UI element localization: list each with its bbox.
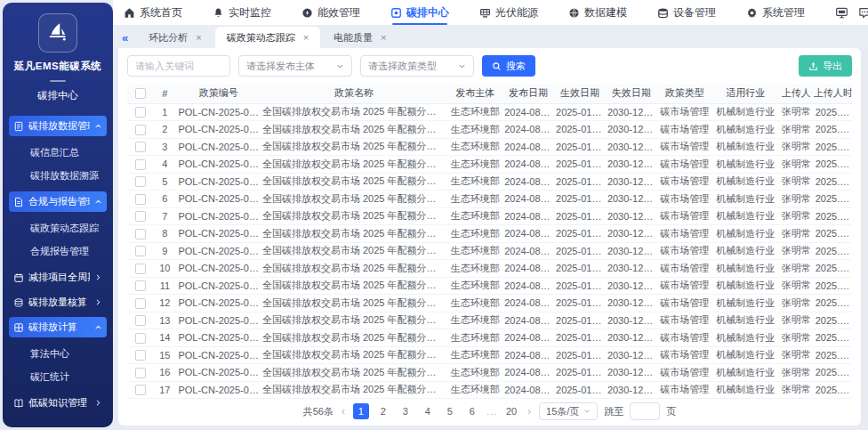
- cell-type: 碳市场管理: [657, 242, 712, 260]
- row-checkbox[interactable]: [135, 246, 146, 256]
- energy-icon: [301, 7, 313, 19]
- page-number-6[interactable]: 6: [464, 403, 480, 419]
- chevron-up-icon: [94, 323, 102, 331]
- row-checkbox[interactable]: [135, 280, 146, 291]
- cell-publish_date: 2024-08-15: [502, 260, 554, 278]
- topnav-item-solar[interactable]: 光伏能源: [479, 0, 538, 25]
- cell-uploader: 张明常: [779, 312, 814, 329]
- screen-icon[interactable]: [835, 6, 848, 20]
- select-all-checkbox[interactable]: [135, 88, 146, 99]
- publisher-select[interactable]: 请选择发布主体: [238, 55, 352, 77]
- sidebar-group-label: 碳排放量核算: [28, 296, 90, 309]
- sidebar-item-policy-tracking[interactable]: 碳政策动态跟踪: [9, 216, 107, 239]
- row-checkbox[interactable]: [135, 350, 146, 361]
- page-number-1[interactable]: 1: [353, 403, 369, 419]
- jump-page-input[interactable]: [630, 402, 660, 420]
- topnav-item-model[interactable]: 数据建模: [568, 0, 627, 25]
- cell-industry: 机械制造行业: [712, 207, 779, 225]
- page-size-select[interactable]: 15条/页: [539, 402, 598, 420]
- sidebar-group-carbon-data-mgmt[interactable]: 碳排放数据管理: [9, 116, 107, 136]
- cell-industry: 机械制造行业: [712, 260, 779, 278]
- row-checkbox[interactable]: [135, 333, 146, 344]
- policy-table-wrap: #政策编号政策名称发布主体发布日期生效日期失效日期政策类型适用行业上传人上传人时…: [127, 84, 852, 400]
- sidebar-group-emission-calc[interactable]: 碳排放计算: [9, 317, 107, 337]
- page-number-5[interactable]: 5: [442, 403, 458, 419]
- export-button[interactable]: 导出: [799, 55, 852, 77]
- policy-type-select[interactable]: 请选择政策类型: [360, 55, 474, 77]
- sidebar-group-reduction-project[interactable]: 减排项目全周期: [9, 267, 107, 288]
- cell-effective_date: 2025-01-01: [554, 381, 606, 399]
- topnav-item-system[interactable]: 系统管理: [746, 0, 805, 25]
- topnav-item-device[interactable]: 设备管理: [657, 0, 716, 25]
- topnav-item-energy[interactable]: 能效管理: [301, 0, 360, 25]
- chat-icon[interactable]: [858, 6, 868, 20]
- sidebar-item-compliance-report-mgmt[interactable]: 合规报告管理: [9, 239, 107, 263]
- row-checkbox[interactable]: [135, 211, 146, 222]
- cell-upload_time: 2025.05.26: [814, 295, 852, 312]
- topnav-item-label: 实时监控: [229, 5, 271, 20]
- cell-industry: 机械制造行业: [712, 312, 779, 329]
- sidebar-item-carbon-data-trace[interactable]: 碳排放数据溯源: [9, 164, 107, 187]
- topnav-item-monitor[interactable]: 实时监控: [213, 0, 271, 25]
- topnav-item-label: 光伏能源: [495, 5, 538, 20]
- topnav-item-label: 数据建模: [584, 5, 627, 20]
- cell-code: POL-CN-2025-001: [176, 295, 261, 312]
- search-button[interactable]: 搜索: [482, 55, 535, 77]
- cell-type: 碳市场管理: [657, 329, 712, 347]
- cell-effective_date: 2025-01-01: [554, 277, 606, 295]
- page-number-20[interactable]: 20: [503, 403, 519, 419]
- cell-effective_date: 2025-01-01: [554, 260, 606, 278]
- topnav-item-carbon[interactable]: 碳排中心: [390, 0, 449, 25]
- cell-code: POL-CN-2025-001: [176, 364, 261, 382]
- row-checkbox[interactable]: [135, 315, 146, 326]
- row-checkbox[interactable]: [135, 368, 146, 378]
- row-checkbox[interactable]: [135, 298, 146, 309]
- carbon-icon: [390, 7, 402, 19]
- policy-type-select-value: 请选择政策类型: [368, 60, 437, 73]
- page-number-4[interactable]: 4: [420, 403, 436, 419]
- sidebar-item-carbon-sink-stats[interactable]: 碳汇统计: [9, 365, 107, 388]
- cell-code: POL-CN-2025-001: [176, 103, 261, 121]
- row-checkbox[interactable]: [135, 107, 146, 118]
- row-checkbox[interactable]: [135, 159, 146, 170]
- row-checkbox[interactable]: [135, 176, 146, 187]
- table-row: 12POL-CN-2025-001全国碳排放权交易市场 2025 年配额分配实施…: [127, 295, 852, 312]
- sidebar-group-compliance-report[interactable]: 合规与报告管理: [9, 191, 107, 212]
- column-header: 政策类型: [657, 84, 712, 103]
- collapse-tabs-icon[interactable]: «: [122, 31, 128, 45]
- sidebar-item-algorithm-center[interactable]: 算法中心: [9, 342, 107, 365]
- chevron-up-icon: [94, 122, 102, 130]
- sidebar-group-low-carbon-knowledge[interactable]: 低碳知识管理: [9, 393, 107, 413]
- filter-toolbar: 请选择发布主体 请选择政策类型 搜索 导出: [127, 55, 852, 77]
- cell-effective_date: 2025-01-01: [554, 173, 606, 191]
- row-checkbox[interactable]: [135, 194, 146, 205]
- sidebar-item-carbon-info-summary[interactable]: 碳信息汇总: [9, 141, 107, 164]
- table-row: 3POL-CN-2025-001全国碳排放权交易市场 2025 年配额分配实施方…: [127, 138, 852, 156]
- close-tab-icon[interactable]: ×: [381, 32, 386, 43]
- row-checkbox[interactable]: [135, 229, 146, 239]
- row-checkbox[interactable]: [135, 142, 146, 152]
- keyword-input[interactable]: [127, 55, 230, 77]
- tab-ring-analysis[interactable]: 环比分析×: [137, 27, 213, 48]
- row-checkbox[interactable]: [135, 264, 146, 274]
- tab-power-quality[interactable]: 电能质量×: [322, 27, 398, 48]
- next-page-button[interactable]: ›: [526, 405, 533, 418]
- tab-policy-tracking[interactable]: 碳政策动态跟踪×: [215, 27, 320, 48]
- column-header: 上传人: [779, 84, 814, 103]
- topnav-item-home[interactable]: 系统首页: [124, 0, 182, 25]
- cell-expiry_date: 2030-12-31: [606, 381, 657, 399]
- page-number-3[interactable]: 3: [398, 403, 414, 419]
- close-tab-icon[interactable]: ×: [196, 32, 201, 43]
- sidebar-group-emission-accounting[interactable]: 碳排放量核算: [9, 292, 107, 312]
- table-row: 11POL-CN-2025-001全国碳排放权交易市场 2025 年配额分配实施…: [127, 277, 852, 295]
- cell-industry: 机械制造行业: [712, 103, 779, 121]
- cell-name: 全国碳排放权交易市场 2025 年配额分配实施方案: [261, 346, 447, 364]
- solar-icon: [479, 7, 491, 19]
- row-checkbox[interactable]: [135, 125, 146, 135]
- cell-expiry_date: 2030-12-31: [606, 295, 657, 312]
- cell-publisher: 生态环境部: [447, 329, 502, 347]
- page-number-2[interactable]: 2: [375, 403, 391, 419]
- close-tab-icon[interactable]: ×: [303, 32, 309, 43]
- row-checkbox[interactable]: [135, 385, 146, 395]
- prev-page-button[interactable]: ‹: [340, 405, 347, 418]
